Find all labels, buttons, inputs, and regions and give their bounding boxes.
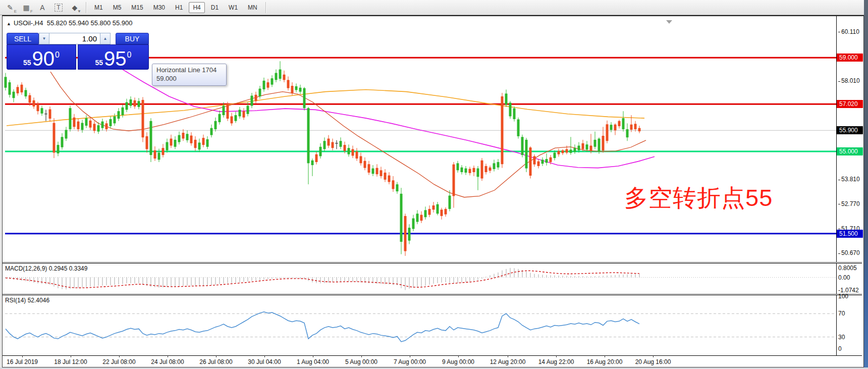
volume-increase-button[interactable]: ▲ xyxy=(100,33,111,44)
candle-body xyxy=(158,152,160,160)
candle-body xyxy=(323,141,326,149)
candle-body xyxy=(328,139,330,146)
macd-label: MACD(12,26,9) 0.2945 0.3349 xyxy=(5,265,87,272)
date-tick xyxy=(605,355,605,357)
candle-body xyxy=(340,141,342,147)
date-tick xyxy=(168,355,168,357)
candle-body xyxy=(493,163,496,169)
candle-body xyxy=(114,116,116,123)
candle-body xyxy=(214,121,217,129)
candle-body xyxy=(263,81,265,89)
candle-body xyxy=(271,78,274,85)
candle-body xyxy=(562,150,564,153)
drawing-tools-group: ✎E▦FAT◆▼ xyxy=(2,2,83,14)
candle-body xyxy=(606,124,609,141)
candle-body xyxy=(239,110,241,116)
candle-body xyxy=(529,147,532,176)
candle-body xyxy=(489,168,492,171)
candle-body xyxy=(533,156,536,164)
candle-body xyxy=(602,136,605,150)
timeframe-H4[interactable]: H4 xyxy=(189,2,204,13)
date-label: 12 Aug 20:00 xyxy=(490,358,526,365)
macd-axis-label: 0.00 xyxy=(838,274,850,281)
candle-body xyxy=(428,209,431,215)
macd-signal-line xyxy=(6,271,639,288)
candle-body xyxy=(61,137,64,147)
date-tick xyxy=(556,355,557,357)
buy-price-display[interactable]: 55 95 0 xyxy=(78,44,149,70)
price-badge-55.900: 55.900 xyxy=(837,126,863,134)
timeframe-M30[interactable]: M30 xyxy=(149,2,169,13)
draw-pattern-icon[interactable]: ✎E xyxy=(3,2,18,14)
candle-body xyxy=(497,162,500,168)
candle-body xyxy=(449,195,451,208)
date-axis-border xyxy=(3,355,862,356)
candle-body xyxy=(146,136,148,149)
date-tick xyxy=(410,355,410,357)
candle-body xyxy=(101,122,104,128)
volume-input[interactable] xyxy=(49,33,100,44)
date-tick xyxy=(458,355,459,357)
grid-pattern-icon[interactable]: ▦F xyxy=(19,2,34,14)
timeframe-M15[interactable]: M15 xyxy=(127,2,147,13)
candle-body xyxy=(396,184,399,191)
candle-body xyxy=(509,102,512,116)
candle-body xyxy=(198,142,201,149)
candle-body xyxy=(319,147,322,156)
candle-body xyxy=(85,118,88,126)
candle-body xyxy=(618,121,621,126)
date-label: 26 Jul 08:00 xyxy=(199,358,232,365)
candle-body xyxy=(420,215,423,221)
candle-body xyxy=(388,176,391,182)
date-tick xyxy=(22,355,23,357)
sell-price-display[interactable]: 55 90 0 xyxy=(7,44,76,70)
text-label-icon[interactable]: A xyxy=(35,2,50,14)
timeframe-W1[interactable]: W1 xyxy=(225,2,242,13)
candle-body xyxy=(303,88,306,108)
sell-button[interactable]: SELL xyxy=(7,33,39,44)
candle-body xyxy=(626,129,629,137)
candle-body xyxy=(178,135,181,142)
candle-body xyxy=(546,159,548,163)
price-badge-57.020: 57.020 xyxy=(837,100,863,108)
candle-body xyxy=(97,125,100,132)
buy-button[interactable]: BUY xyxy=(116,33,149,44)
candle-body xyxy=(537,162,540,166)
candle-body xyxy=(315,154,318,162)
timeframe-M5[interactable]: M5 xyxy=(109,2,126,13)
candle-body xyxy=(77,122,80,129)
candle-body xyxy=(550,157,552,162)
text-box-icon[interactable]: T xyxy=(51,2,66,14)
timeframe-M1[interactable]: M1 xyxy=(90,2,107,13)
buy-price-pips: 95 xyxy=(104,49,127,68)
candle-body xyxy=(89,121,92,128)
date-label: 1 Aug 04:00 xyxy=(297,358,329,365)
candle-body xyxy=(437,204,439,214)
date-tick xyxy=(71,355,71,357)
arrow-objects-icon[interactable]: ◆▼ xyxy=(67,2,82,14)
candle-body xyxy=(202,138,205,145)
candle-body xyxy=(142,100,144,137)
chart-shift-marker-icon xyxy=(666,20,672,24)
timeframe-MN[interactable]: MN xyxy=(244,2,261,13)
candle-body xyxy=(582,143,584,149)
candle-body xyxy=(65,130,68,138)
candle-body xyxy=(283,75,286,80)
timeframe-D1[interactable]: D1 xyxy=(207,2,223,13)
rsi-panel-splitter[interactable] xyxy=(3,294,862,295)
buy-price-int: 55 xyxy=(95,58,103,68)
volume-decrease-button[interactable]: ▼ xyxy=(39,33,49,44)
candle-body xyxy=(558,151,560,154)
candle-body xyxy=(93,124,96,131)
macd-panel-splitter[interactable] xyxy=(3,262,862,263)
sell-price-int: 55 xyxy=(23,58,31,68)
candle-body xyxy=(13,92,15,98)
candle-body xyxy=(219,114,221,122)
candle-body xyxy=(251,96,253,106)
candle-body xyxy=(25,90,27,96)
timeframe-H1[interactable]: H1 xyxy=(171,2,187,13)
candle-body xyxy=(348,148,350,154)
candle-body xyxy=(255,95,257,101)
date-label: 30 Jul 04:00 xyxy=(248,358,281,365)
candle-body xyxy=(41,108,43,114)
